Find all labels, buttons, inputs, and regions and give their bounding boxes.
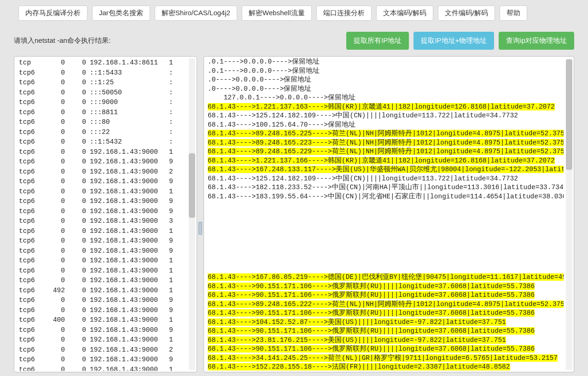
- tab-7[interactable]: 帮助: [500, 6, 527, 21]
- result-line: .0.1---->0.0.0.0---->保留地址: [208, 58, 564, 67]
- netstat-row: tcp600192.168.1.43:90001: [19, 276, 178, 285]
- netstat-table: tcp00192.168.1.43:86111tcp600::1:5433:tc…: [18, 58, 179, 371]
- netstat-row: tcp600192.168.1.43:90001: [19, 365, 178, 371]
- result-line: 68.1.43---->90.151.171.106---->俄罗斯联邦(RU)…: [208, 309, 564, 318]
- result-line: 68.1.43---->167.86.85.219---->德国(DE)|巴伐利…: [208, 273, 564, 282]
- netstat-row: tcp600::1:5432:: [19, 138, 178, 147]
- netstat-row: tcp600192.168.1.43:90009: [19, 326, 178, 335]
- result-line: 68.1.43---->1.221.137.166---->韩国(KR)|京畿道…: [208, 156, 564, 166]
- result-line: .0.1---->0.0.0.0---->保留地址: [208, 67, 564, 76]
- netstat-input-label: 请填入netstat -an命令执行结果:: [14, 36, 111, 45]
- netstat-row: tcp600:::22:: [19, 128, 178, 137]
- result-line: 68.1.43---->125.124.182.109---->中国(CN)||…: [208, 174, 564, 184]
- result-line: 68.1.43---->90.151.171.106---->俄罗斯联邦(RU)…: [208, 291, 564, 300]
- result-line: [208, 264, 564, 273]
- netstat-row: tcp600192.168.1.43:90002: [19, 346, 178, 355]
- netstat-row: tcp64000192.168.1.43:90001: [19, 316, 178, 325]
- tab-2[interactable]: 解密Shiro/CAS/Log4j2: [155, 6, 237, 21]
- result-line: [208, 210, 564, 220]
- result-line: .0---->0.0.0.0---->保留地址: [208, 75, 564, 85]
- extract-all-ip-button[interactable]: 提取所有IP地址: [346, 32, 409, 50]
- result-line: 68.1.43---->89.248.165.222---->荷兰(NL)|NH…: [208, 300, 564, 309]
- query-ip-location-button[interactable]: 查询ip对应物理地址: [499, 32, 574, 50]
- action-row: 请填入netstat -an命令执行结果: 提取所有IP地址 提取IP地址+物理…: [0, 26, 588, 56]
- result-line: 68.1.43---->1.221.137.163---->韩国(KR)|京畿道…: [208, 103, 564, 112]
- netstat-row: tcp600192.168.1.43:90001: [19, 227, 178, 236]
- result-line: [208, 246, 564, 255]
- netstat-row: tcp600192.168.1.43:90009: [19, 247, 178, 256]
- netstat-row: tcp600192.168.1.43:90001: [19, 336, 178, 345]
- netstat-row: tcp600192.168.1.43:90009: [19, 306, 178, 315]
- tab-5[interactable]: 文本编码/解码: [376, 6, 433, 21]
- result-line: [208, 237, 564, 246]
- netstat-row: tcp600:::9000:: [19, 98, 178, 107]
- result-line: [208, 219, 564, 228]
- result-line: 68.1.43---->104.152.52.87---->美国(US)||||…: [208, 318, 564, 327]
- result-line: 68.1.43---->23.81.176.215---->美国(US)||||…: [208, 336, 564, 345]
- netstat-row: tcp600::1:25:: [19, 78, 178, 87]
- result-line: 127.0.0.1---->0.0.0.0---->保留地址: [208, 93, 564, 103]
- netstat-row: tcp600192.168.1.43:90009: [19, 207, 178, 216]
- netstat-row: tcp600192.168.1.43:90003: [19, 217, 178, 226]
- top-tabs: 内存马反编译分析Jar包类名搜索解密Shiro/CAS/Log4j2解密Webs…: [0, 0, 588, 26]
- result-line: [208, 255, 564, 264]
- result-line: 68.1.43---->89.248.165.225---->荷兰(NL)|NH…: [208, 129, 564, 139]
- netstat-row: tcp600:::50050:: [19, 88, 178, 98]
- result-output-panel[interactable]: .0.1---->0.0.0.0---->保留地址.0.1---->0.0.0.…: [204, 56, 574, 372]
- result-line: [208, 228, 564, 237]
- netstat-row: tcp600::1:5433:: [19, 69, 178, 78]
- result-line: 68.1.43---->89.248.165.229---->荷兰(NL)|NH…: [208, 147, 564, 156]
- result-line: 68.1.43---->34.141.245.25---->荷兰(NL)|GR|…: [208, 354, 564, 363]
- netstat-text[interactable]: tcp00192.168.1.43:86111tcp600::1:5433:tc…: [18, 58, 186, 371]
- netstat-row: tcp64920192.168.1.43:90001: [19, 286, 178, 295]
- netstat-row: tcp600192.168.1.43:90009: [19, 355, 178, 364]
- right-scrollbar-thumb[interactable]: [566, 59, 572, 170]
- netstat-row: tcp600192.168.1.43:90009: [19, 237, 178, 246]
- result-line: 68.1.43---->90.151.171.106---->俄罗斯联邦(RU)…: [208, 345, 564, 354]
- netstat-row: tcp600192.168.1.43:90009: [19, 157, 178, 167]
- result-line: 68.1.43---->167.248.133.117---->美国(US)|华…: [208, 165, 564, 174]
- tab-1[interactable]: Jar包类名搜索: [92, 6, 150, 21]
- tab-4[interactable]: 端口连接分析: [316, 6, 372, 21]
- result-line: 68.1.43---->125.124.182.109---->中国(CN)||…: [208, 111, 564, 121]
- netstat-row: tcp600192.168.1.43:90001: [19, 266, 178, 276]
- netstat-row: tcp00192.168.1.43:86111: [19, 58, 178, 68]
- split-area: tcp00192.168.1.43:86111tcp600::1:5433:tc…: [0, 56, 588, 376]
- result-line: 68.1.43---->89.248.165.223---->荷兰(NL)|NH…: [208, 139, 564, 148]
- netstat-row: tcp600192.168.1.43:90001: [19, 256, 178, 266]
- result-line: 68.1.43---->183.199.55.64---->中国(CN)|河北省…: [208, 192, 564, 202]
- result-text[interactable]: .0.1---->0.0.0.0---->保留地址.0.1---->0.0.0.…: [208, 58, 564, 371]
- extract-ip-location-button[interactable]: 提取IP地址+物理地址: [413, 32, 494, 50]
- result-line: [208, 201, 564, 210]
- result-line: 68.1.43---->182.118.233.52---->中国(CN)|河南…: [208, 183, 564, 192]
- panel-splitter[interactable]: [199, 56, 202, 372]
- netstat-row: tcp600192.168.1.43:90009: [19, 197, 178, 206]
- result-line: 68.1.43---->100.125.64.70---->保留地址: [208, 121, 564, 130]
- result-line: 68.1.43---->90.151.171.106---->俄罗斯联邦(RU)…: [208, 327, 564, 336]
- netstat-row: tcp600192.168.1.43:90009: [19, 296, 178, 305]
- result-line: 68.1.43---->152.228.155.18---->法国(FR)|||…: [208, 363, 564, 371]
- netstat-output-panel[interactable]: tcp00192.168.1.43:86111tcp600::1:5433:tc…: [14, 56, 197, 372]
- netstat-row: tcp600192.168.1.43:90009: [19, 177, 178, 186]
- netstat-row: tcp600:::8811:: [19, 108, 178, 117]
- netstat-row: tcp600:::80:: [19, 118, 178, 127]
- tab-3[interactable]: 解密Webshell流量: [242, 6, 311, 21]
- left-scrollbar-thumb[interactable]: [189, 153, 195, 218]
- tab-6[interactable]: 文件编码/解码: [438, 6, 495, 21]
- splitter-handle-icon[interactable]: [198, 222, 202, 235]
- netstat-row: tcp600192.168.1.43:90001: [19, 148, 178, 157]
- tab-0[interactable]: 内存马反编译分析: [18, 6, 87, 21]
- result-line: .0---->0.0.0.0---->保留地址: [208, 85, 564, 94]
- netstat-row: tcp600192.168.1.43:90002: [19, 168, 178, 177]
- netstat-row: tcp600192.168.1.43:90001: [19, 187, 178, 197]
- result-line: 68.1.43---->90.151.171.106---->俄罗斯联邦(RU)…: [208, 282, 564, 291]
